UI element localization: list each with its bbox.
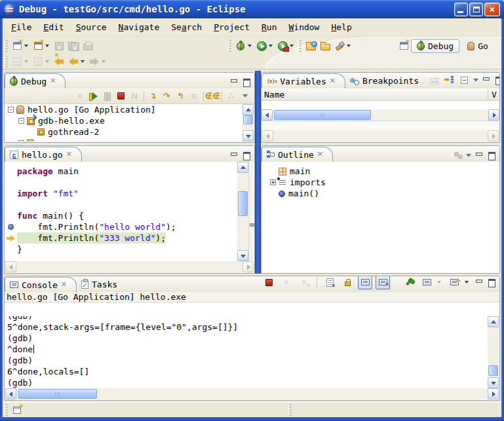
new-wizard-button[interactable] (10, 39, 24, 53)
step-filters-icon[interactable]: ≡ (187, 90, 201, 103)
close-button[interactable]: × (484, 3, 500, 16)
menu-item-run[interactable]: Run (256, 20, 282, 34)
close-tab-icon[interactable]: ✕ (317, 151, 323, 158)
back-dropdown-icon[interactable] (81, 60, 85, 63)
editor-vscrollbar[interactable] (237, 162, 248, 261)
show-type-names-icon[interactable] (428, 74, 440, 86)
open-resource-button[interactable] (303, 39, 318, 53)
debug-dropdown-icon[interactable] (248, 45, 252, 47)
menu-item-file[interactable]: File (5, 20, 37, 34)
toolbar-grip[interactable] (5, 40, 8, 52)
breakpoint-gutter[interactable] (5, 221, 17, 232)
terminate-icon[interactable] (262, 276, 276, 289)
forward-dropdown-icon[interactable] (102, 60, 106, 63)
gutter[interactable] (5, 210, 17, 221)
maximize-view-icon[interactable] (494, 76, 500, 84)
minimize-button[interactable] (454, 3, 468, 16)
tree-item[interactable]: -gdb-hello.exe (5, 115, 242, 126)
editor-hscrollbar[interactable] (5, 261, 254, 272)
tree-item[interactable]: -main (267, 166, 499, 177)
remove-launch-icon[interactable]: ✕ (279, 276, 294, 289)
tree-item[interactable]: - (5, 137, 242, 141)
forward-button[interactable] (87, 54, 102, 69)
resume-icon[interactable] (87, 90, 100, 103)
open-perspective-button[interactable] (397, 39, 411, 53)
back-button[interactable] (66, 54, 81, 69)
close-tab-icon[interactable]: ✕ (66, 151, 72, 158)
detail-pane-hscrollbar[interactable] (262, 130, 499, 141)
run-dropdown-icon[interactable] (269, 45, 273, 47)
collapse-all-icon[interactable] (458, 74, 470, 86)
clear-console-icon[interactable] (322, 276, 337, 289)
show-on-stderr-icon[interactable] (376, 276, 390, 289)
open-console-dropdown-icon[interactable] (465, 281, 469, 284)
minimize-view-icon[interactable] (482, 76, 491, 84)
close-tab-icon[interactable]: ✕ (330, 78, 336, 84)
menu-item-edit[interactable]: Edit (37, 20, 69, 34)
toolbar-grip[interactable] (298, 40, 301, 52)
menu-item-project[interactable]: Project (208, 20, 256, 34)
remove-all-terminated-icon[interactable]: ✕ (73, 90, 87, 103)
open-folder-button[interactable] (318, 39, 332, 53)
variables-table-body[interactable] (262, 101, 499, 109)
breakpoint-icon[interactable] (8, 224, 14, 230)
debug-button[interactable] (233, 39, 248, 53)
debug-tree-scrollbar[interactable] (242, 104, 254, 141)
console-output[interactable]: (gdb)5^done,stack-args=[frame={level="0"… (5, 316, 488, 388)
display-selected-console-icon[interactable] (419, 276, 434, 289)
use-step-filters-icon[interactable]: ∉∉ (206, 90, 220, 103)
gutter[interactable] (5, 199, 17, 210)
next-annotation-dropdown-icon[interactable] (24, 60, 28, 63)
toolbar-grip[interactable] (228, 40, 231, 52)
search-dropdown-icon[interactable] (347, 45, 351, 47)
search-brush-button[interactable] (332, 39, 347, 53)
toolbar-grip[interactable] (5, 56, 8, 67)
close-tab-icon[interactable]: ✕ (50, 78, 56, 84)
collapse-icon[interactable]: - (18, 118, 24, 124)
menu-item-navigate[interactable]: Navigate (113, 20, 166, 34)
maximize-view-icon[interactable] (242, 151, 251, 159)
maximize-view-icon[interactable] (487, 151, 496, 159)
step-return-icon[interactable]: ↰ (174, 90, 187, 103)
previous-annotation-button[interactable] (31, 54, 45, 69)
tree-item[interactable]: -hello.go [Go Application] (5, 104, 242, 115)
menu-item-help[interactable]: Help (325, 20, 357, 34)
new-wizard-dropdown-icon[interactable] (24, 45, 28, 47)
tab-outline[interactable]: Outline ✕ (262, 147, 333, 162)
menu-item-window[interactable]: Window (282, 20, 325, 34)
debug-view-menu-icon[interactable] (238, 90, 252, 103)
close-tab-icon[interactable]: ✕ (61, 282, 67, 288)
debug-tree[interactable]: -hello.go [Go Application]-gdb-hello.exe… (5, 104, 242, 141)
tree-item[interactable]: -main() (267, 188, 499, 199)
perspective-debug-button[interactable]: Debug (411, 39, 459, 53)
scroll-lock-icon[interactable] (340, 276, 355, 289)
remove-all-terminated-icon[interactable]: ✕ (297, 276, 311, 289)
collapse-icon[interactable]: - (8, 107, 14, 113)
tab-hello-go[interactable]: hello.go ✕ (5, 147, 82, 162)
tab-console[interactable]: Console ✕ (5, 277, 77, 292)
link-with-editor-icon[interactable] (454, 152, 463, 159)
maximize-view-icon[interactable] (487, 278, 496, 286)
step-over-icon[interactable]: ↷ (160, 90, 174, 103)
print-button[interactable] (81, 39, 95, 53)
perspective-go-button[interactable]: Go (462, 40, 494, 52)
save-all-button[interactable] (66, 39, 81, 53)
disconnect-icon[interactable]: N (128, 90, 142, 103)
fast-view-button[interactable] (10, 403, 24, 417)
gutter[interactable] (5, 177, 17, 188)
title-bar[interactable]: Debug - testGo/src/cmd/hello.go - Eclips… (0, 0, 504, 18)
variables-hscrollbar[interactable] (262, 109, 499, 120)
next-annotation-button[interactable] (10, 54, 24, 69)
new-project-button[interactable] (31, 39, 45, 53)
expand-icon[interactable]: + (270, 179, 276, 185)
menu-item-search[interactable]: Search (165, 20, 208, 34)
gutter[interactable] (5, 188, 17, 199)
display-console-dropdown-icon[interactable] (437, 281, 441, 284)
collapse-stack-icon[interactable]: ∴ (224, 90, 238, 103)
minimize-view-icon[interactable] (229, 78, 239, 86)
tab-variables[interactable]: (x)= Variables ✕ (262, 73, 345, 88)
vertical-sash[interactable] (255, 71, 261, 274)
outline-view-menu-icon[interactable] (466, 154, 471, 157)
minimize-view-icon[interactable] (229, 151, 239, 159)
gutter[interactable] (5, 166, 17, 177)
